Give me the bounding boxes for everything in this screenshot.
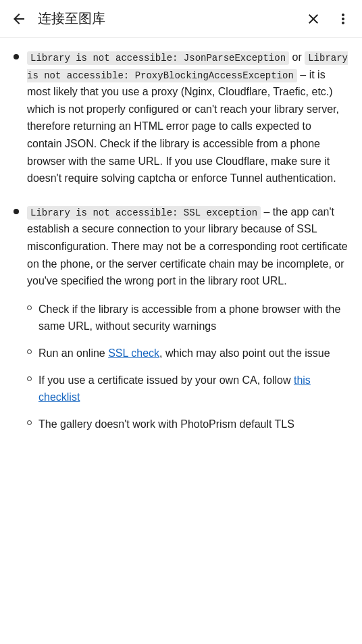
list-item-1: Library is not accessible: JsonParseExce…: [14, 49, 348, 187]
page-title: 连接至图库: [38, 9, 300, 28]
sub-bullet-content-2: Run an online SSL check, which may also …: [38, 345, 348, 362]
code-highlight-2: Library is not accessible: SSL exception: [27, 206, 261, 220]
sub-bullet-content-1: Check if the library is accessible from …: [38, 301, 348, 335]
sub-bullet-content-3: If you use a certificate issued by your …: [38, 372, 348, 406]
close-button[interactable]: [300, 5, 327, 32]
bullet-dot-1: [14, 54, 19, 59]
sub-bullet-circle-2: [27, 349, 32, 354]
bullet-content-1: Library is not accessible: JsonParseExce…: [27, 49, 348, 187]
bullet-text-1: – it is most likely that you use a proxy…: [27, 69, 339, 184]
sub-bullet-circle-4: [27, 420, 32, 425]
sub-list-item-3: If you use a certificate issued by your …: [27, 372, 348, 406]
bullet-dot-2: [14, 209, 19, 214]
sub-item-text-3-before: If you use a certificate issued by your …: [38, 374, 294, 386]
sub-item-text-2-before: Run an online: [38, 347, 108, 359]
sub-item-text-2-after: , which may also point out the issue: [159, 347, 330, 359]
back-icon: [11, 11, 27, 27]
sub-bullet-circle-1: [27, 305, 32, 310]
list-item-2: Library is not accessible: SSL exception…: [14, 203, 348, 443]
sub-list-item-2: Run an online SSL check, which may also …: [27, 345, 348, 362]
more-options-icon: [335, 11, 351, 27]
sub-bullet-list: Check if the library is accessible from …: [27, 301, 348, 433]
bullet-text-block-2: Library is not accessible: SSL exception…: [27, 203, 348, 290]
sub-bullet-content-4: The gallery doesn't work with PhotoPrism…: [38, 416, 348, 433]
sub-item-text-1: Check if the library is accessible from …: [38, 303, 340, 332]
close-icon: [305, 11, 321, 27]
bullet-content-2: Library is not accessible: SSL exception…: [27, 203, 348, 443]
top-bar-actions: [300, 5, 357, 32]
back-button[interactable]: [5, 5, 32, 32]
sub-bullet-circle-3: [27, 376, 32, 381]
top-bar: 连接至图库: [0, 0, 362, 38]
code-highlight-1a: Library is not accessible: JsonParseExce…: [27, 51, 289, 65]
sub-list-item-1: Check if the library is accessible from …: [27, 301, 348, 335]
bullet-list: Library is not accessible: JsonParseExce…: [14, 49, 348, 442]
sub-item-text-4: The gallery doesn't work with PhotoPrism…: [38, 418, 294, 430]
main-content: Library is not accessible: JsonParseExce…: [0, 38, 362, 474]
sub-list-item-4: The gallery doesn't work with PhotoPrism…: [27, 416, 348, 433]
separator-1: or: [292, 51, 305, 63]
more-options-button[interactable]: [330, 5, 357, 32]
ssl-check-link[interactable]: SSL check: [108, 347, 159, 359]
